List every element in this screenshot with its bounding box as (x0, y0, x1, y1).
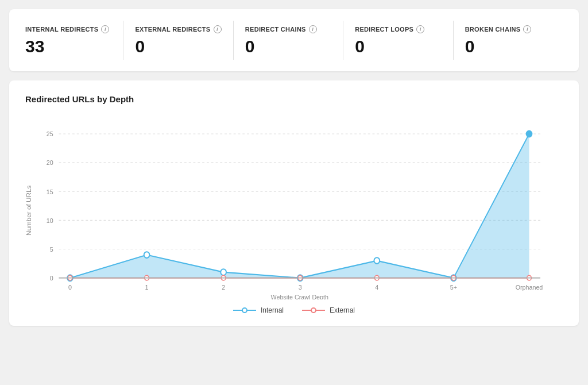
legend-internal: Internal (233, 306, 284, 314)
redirect-chains-value: 0 (245, 38, 331, 55)
internal-redirects-text: INTERNAL REDIRECTS (25, 26, 98, 33)
external-redirects-block: EXTERNAL REDIRECTS i 0 (123, 21, 233, 60)
legend-external: External (302, 306, 355, 314)
external-redirects-text: EXTERNAL REDIRECTS (135, 26, 210, 33)
legend-internal-label: Internal (261, 306, 284, 314)
svg-text:0: 0 (50, 274, 53, 282)
metrics-card: INTERNAL REDIRECTS i 33 EXTERNAL REDIREC… (9, 9, 579, 71)
internal-line (70, 134, 529, 278)
svg-text:15: 15 (47, 188, 53, 195)
chart-legend: Internal External (25, 306, 563, 314)
legend-external-label: External (330, 306, 355, 314)
internal-redirects-block: INTERNAL REDIRECTS i 33 (25, 21, 123, 60)
svg-text:3: 3 (299, 283, 302, 291)
svg-point-23 (242, 308, 247, 313)
chart-title: Redirected URLs by Depth (25, 94, 563, 104)
svg-text:25: 25 (47, 130, 53, 138)
redirect-chains-block: REDIRECT CHAINS i 0 (234, 21, 343, 60)
internal-dot-2 (220, 269, 226, 275)
svg-text:10: 10 (47, 217, 53, 224)
internal-dot-1 (144, 252, 150, 258)
redirect-loops-text: REDIRECT LOOPS (355, 26, 413, 33)
svg-text:0: 0 (68, 283, 72, 291)
svg-text:5+: 5+ (450, 283, 457, 291)
redirect-loops-label: REDIRECT LOOPS i (355, 25, 441, 33)
broken-chains-label: BROKEN CHAINS i (465, 25, 551, 33)
svg-text:Orphaned: Orphaned (516, 283, 543, 291)
svg-text:2: 2 (222, 283, 225, 291)
internal-dot-4 (374, 257, 380, 264)
svg-text:Number of URLs: Number of URLs (25, 185, 32, 236)
chart-card: Redirected URLs by Depth Number of URLs … (9, 80, 579, 326)
svg-text:5: 5 (50, 245, 53, 253)
svg-text:4: 4 (375, 283, 378, 291)
external-redirects-label: EXTERNAL REDIRECTS i (135, 25, 221, 33)
svg-text:1: 1 (145, 283, 149, 291)
chart-svg: Number of URLs 0 5 10 15 20 25 (25, 116, 563, 299)
external-redirects-info-icon[interactable]: i (214, 25, 222, 33)
broken-chains-info-icon[interactable]: i (523, 25, 531, 33)
internal-dot-6 (527, 131, 532, 137)
svg-text:Website Crawl Depth: Website Crawl Depth (271, 294, 328, 299)
internal-redirects-label: INTERNAL REDIRECTS i (25, 25, 111, 33)
internal-redirects-value: 33 (25, 38, 111, 55)
legend-external-line-icon (302, 307, 325, 314)
redirect-chains-label: REDIRECT CHAINS i (245, 25, 331, 33)
external-redirects-value: 0 (135, 38, 221, 55)
redirect-loops-block: REDIRECT LOOPS i 0 (343, 21, 453, 60)
svg-point-25 (311, 308, 316, 313)
legend-internal-line-icon (233, 307, 256, 314)
broken-chains-value: 0 (465, 38, 551, 55)
internal-redirects-info-icon[interactable]: i (101, 25, 109, 33)
redirect-chains-text: REDIRECT CHAINS (245, 26, 306, 33)
redirect-chains-info-icon[interactable]: i (309, 25, 317, 33)
broken-chains-text: BROKEN CHAINS (465, 26, 521, 33)
broken-chains-block: BROKEN CHAINS i 0 (454, 21, 563, 60)
svg-text:20: 20 (47, 159, 53, 167)
redirect-loops-info-icon[interactable]: i (416, 25, 424, 33)
redirect-loops-value: 0 (355, 38, 441, 55)
internal-area (70, 134, 529, 278)
chart-area: Number of URLs 0 5 10 15 20 25 (25, 116, 563, 299)
